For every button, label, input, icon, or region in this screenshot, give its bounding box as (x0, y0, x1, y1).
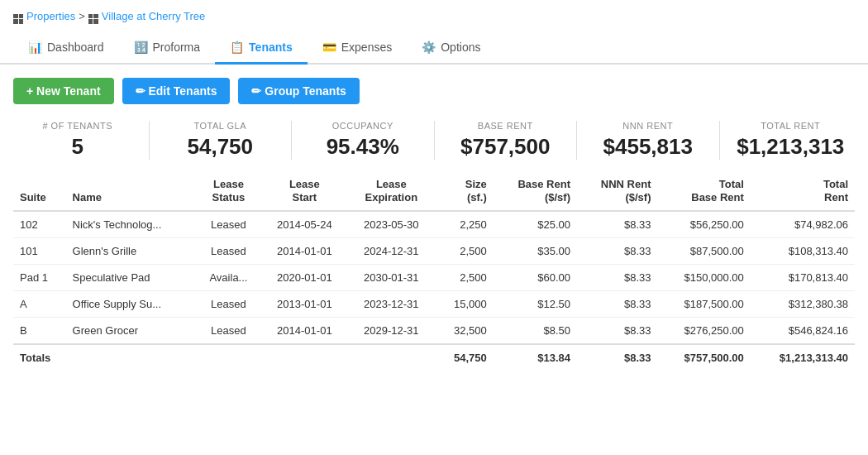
col-base-rent: Base Rent($/sf) (494, 173, 577, 212)
breadcrumb-property-link[interactable]: Village at Cherry Tree (102, 10, 206, 22)
col-nnn-rent: NNN Rent($/sf) (577, 173, 658, 212)
cell-size: 15,000 (435, 291, 494, 318)
occupancy-value: 95.43% (298, 134, 427, 160)
cell-total_base_rent: $87,500.00 (658, 238, 751, 265)
nnn-rent-label: NNN RENT (584, 121, 713, 131)
col-name: Name (66, 173, 196, 212)
tab-tenants[interactable]: 📋 Tenants (215, 32, 308, 65)
cell-base_rent: $8.50 (494, 318, 577, 345)
base-rent-label: BASE RENT (441, 121, 570, 131)
cell-total_base_rent: $150,000.00 (658, 265, 751, 291)
totals-row: Totals 54,750 $13.84 $8.33 $757,500.00 $… (13, 344, 855, 371)
cell-name: Speculative Pad (66, 265, 196, 291)
cell-lease_start: 2013-01-01 (261, 291, 348, 318)
cell-suite: 102 (13, 211, 66, 238)
total-rent-value: $1,213,313 (727, 134, 856, 160)
edit-tenants-button[interactable]: ✏ Edit Tenants (122, 78, 231, 104)
stat-base-rent: BASE RENT $757,500 (441, 121, 570, 160)
totals-nnn-rent: $8.33 (577, 344, 658, 371)
cell-total_rent: $546,824.16 (751, 318, 855, 345)
stat-nnn-rent: NNN RENT $455,813 (584, 121, 713, 160)
cell-total_rent: $74,982.06 (751, 211, 855, 238)
cell-nnn_rent: $8.33 (577, 265, 658, 291)
breadcrumb-separator: > (79, 10, 85, 22)
dashboard-icon: 📊 (28, 41, 42, 54)
table-header-row: Suite Name LeaseStatus LeaseStart LeaseE… (13, 173, 855, 212)
cell-suite: B (13, 318, 66, 345)
total-gla-label: TOTAL GLA (156, 121, 285, 131)
cell-lease_start: 2020-01-01 (261, 265, 348, 291)
cell-total_rent: $108,313.40 (751, 238, 855, 265)
tab-proforma[interactable]: 🔢 Proforma (119, 32, 216, 65)
cell-lease_start: 2014-01-01 (261, 318, 348, 345)
nav-tabs: 📊 Dashboard 🔢 Proforma 📋 Tenants 💳 Expen… (0, 32, 868, 65)
table-row: 102Nick's Technolog...Leased2014-05-2420… (13, 211, 855, 238)
cell-nnn_rent: $8.33 (577, 211, 658, 238)
cell-name: Office Supply Su... (66, 291, 196, 318)
stat-num-tenants: # OF TENANTS 5 (13, 121, 142, 160)
cell-lease_expiration: 2023-05-30 (348, 211, 435, 238)
toolbar: + New Tenant ✏ Edit Tenants ✏ Group Tena… (0, 65, 868, 114)
tab-expenses[interactable]: 💳 Expenses (308, 32, 407, 65)
tenants-table-container: Suite Name LeaseStatus LeaseStart LeaseE… (0, 173, 868, 385)
stat-total-rent: TOTAL RENT $1,213,313 (727, 121, 856, 160)
proforma-icon: 🔢 (134, 41, 148, 54)
options-icon: ⚙️ (422, 41, 436, 54)
totals-label: Totals (13, 344, 435, 371)
tab-options[interactable]: ⚙️ Options (407, 32, 495, 65)
col-size: Size(sf.) (435, 173, 494, 212)
stats-row: # OF TENANTS 5 TOTAL GLA 54,750 OCCUPANC… (0, 114, 868, 173)
totals-base-rent: $13.84 (494, 344, 577, 371)
grid-icon-property (88, 8, 98, 24)
cell-lease_start: 2014-05-24 (261, 211, 348, 238)
cell-base_rent: $25.00 (494, 211, 577, 238)
base-rent-value: $757,500 (441, 134, 570, 160)
table-row: AOffice Supply Su...Leased2013-01-012023… (13, 291, 855, 318)
col-suite: Suite (13, 173, 66, 212)
cell-name: Nick's Technolog... (66, 211, 196, 238)
cell-total_base_rent: $276,250.00 (658, 318, 751, 345)
cell-lease_status: Leased (196, 318, 261, 345)
cell-base_rent: $35.00 (494, 238, 577, 265)
num-tenants-label: # OF TENANTS (13, 121, 142, 131)
new-tenant-button[interactable]: + New Tenant (13, 78, 114, 104)
col-lease-start: LeaseStart (261, 173, 348, 212)
table-row: Pad 1Speculative PadAvaila...2020-01-012… (13, 265, 855, 291)
group-tenants-button[interactable]: ✏ Group Tenants (238, 78, 359, 104)
grid-icon (13, 8, 23, 24)
cell-suite: Pad 1 (13, 265, 66, 291)
table-row: 101Glenn's GrilleLeased2014-01-012024-12… (13, 238, 855, 265)
cell-name: Green Grocer (66, 318, 196, 345)
cell-lease_status: Leased (196, 211, 261, 238)
cell-lease_status: Leased (196, 291, 261, 318)
cell-total_base_rent: $56,250.00 (658, 211, 751, 238)
cell-size: 2,250 (435, 211, 494, 238)
col-lease-status: LeaseStatus (196, 173, 261, 212)
cell-size: 2,500 (435, 265, 494, 291)
breadcrumb-properties-link[interactable]: Properties (26, 10, 75, 22)
cell-suite: 101 (13, 238, 66, 265)
col-total-rent: TotalRent (751, 173, 855, 212)
cell-size: 32,500 (435, 318, 494, 345)
col-lease-expiration: LeaseExpiration (348, 173, 435, 212)
cell-base_rent: $12.50 (494, 291, 577, 318)
cell-name: Glenn's Grille (66, 238, 196, 265)
cell-total_rent: $312,380.38 (751, 291, 855, 318)
col-total-base-rent: TotalBase Rent (658, 173, 751, 212)
cell-size: 2,500 (435, 238, 494, 265)
tab-dashboard[interactable]: 📊 Dashboard (13, 32, 119, 65)
stat-occupancy: OCCUPANCY 95.43% (298, 121, 427, 160)
totals-total-rent: $1,213,313.40 (751, 344, 855, 371)
cell-lease_expiration: 2023-12-31 (348, 291, 435, 318)
cell-lease_expiration: 2029-12-31 (348, 318, 435, 345)
totals-size: 54,750 (435, 344, 494, 371)
num-tenants-value: 5 (13, 134, 142, 160)
cell-nnn_rent: $8.33 (577, 238, 658, 265)
total-rent-label: TOTAL RENT (727, 121, 856, 131)
total-gla-value: 54,750 (156, 134, 285, 160)
cell-lease_expiration: 2030-01-31 (348, 265, 435, 291)
cell-lease_expiration: 2024-12-31 (348, 238, 435, 265)
cell-total_rent: $170,813.40 (751, 265, 855, 291)
occupancy-label: OCCUPANCY (298, 121, 427, 131)
tenants-icon: 📋 (230, 41, 244, 54)
